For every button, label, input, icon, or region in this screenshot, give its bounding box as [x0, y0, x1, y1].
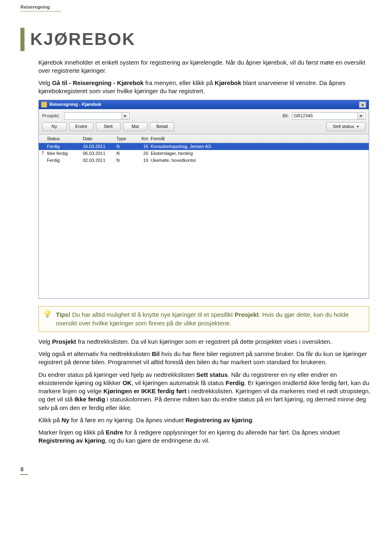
warning-icon: ! — [42, 151, 46, 155]
text: , og du kan gjøre de endringene du vil. — [105, 437, 209, 444]
chevron-down-icon — [356, 126, 359, 128]
tips-callout: Tips! Du har alltid mulighet til å knytt… — [38, 306, 369, 332]
toolbar: Prosjekt: Bil: GR12345 Ny Endre Slett Ma… — [39, 109, 369, 134]
dato-cell: 06.03.2011 — [83, 150, 116, 157]
chapter-title: KJØREBOK — [20, 28, 372, 51]
window-title: Reiseregning - Kjørebok — [49, 101, 101, 108]
ny-button[interactable]: Ny — [42, 122, 67, 131]
col-formal[interactable]: Formål — [151, 136, 369, 142]
window-titlebar: Reiseregning - Kjørebok x — [39, 100, 369, 109]
app-window: Reiseregning - Kjørebok x Prosjekt: Bil:… — [38, 100, 369, 299]
chevron-down-icon — [357, 113, 364, 119]
text: for å redigere opplysninger for en kjøri… — [123, 429, 340, 436]
bil-dropdown[interactable]: GR12345 — [292, 112, 365, 120]
betalt-button[interactable]: Betalt — [150, 122, 174, 131]
page-number: 8 — [20, 466, 28, 475]
shortcut-name: Kjørebok — [215, 79, 241, 86]
text: Marker linjen og klikk på — [38, 429, 106, 436]
table-row[interactable]: Ferdig 02.03.2011 N 19 Ukemøte, hovedkon… — [39, 157, 369, 164]
text: Velg — [38, 338, 52, 345]
app-icon — [41, 102, 47, 108]
paragraph: Du endrer status på kjøringer ved hjelp … — [38, 371, 372, 412]
paragraph: Marker linjen og klikk på Endre for å re… — [38, 428, 372, 445]
text: . — [252, 417, 254, 423]
type-cell: N — [116, 150, 134, 157]
status-cell: Ferdig — [47, 144, 60, 149]
bil-value: GR12345 — [294, 113, 313, 119]
prosjekt-label: Prosjekt: — [42, 113, 62, 119]
bold: Kjøringen er IKKE ferdig ført — [103, 388, 186, 394]
text: fra nedtrekkslisten. Da vil kun kjøringe… — [76, 338, 332, 345]
slett-button[interactable]: Slett — [96, 122, 120, 131]
intro-paragraph-1: Kjørebok inneholder et enkelt system for… — [38, 58, 372, 75]
text: Velg også et alternativ fra nedtrekkslis… — [38, 350, 152, 357]
bold: Endre — [106, 429, 123, 436]
bold: OK — [122, 379, 132, 386]
text: for å føre en ny kjøring. Da åpnes vindu… — [69, 417, 185, 423]
text: Velg — [38, 79, 52, 86]
warning-icon — [42, 144, 46, 148]
col-status[interactable]: Status — [42, 136, 83, 142]
km-cell: 19 — [134, 157, 151, 164]
mal-button[interactable]: Mal — [123, 122, 147, 131]
menu-path: Gå til - Reiseregning - Kjørebok — [52, 79, 143, 86]
sett-status-dropdown[interactable]: Sett status — [326, 122, 365, 131]
chevron-down-icon — [121, 113, 128, 119]
bold: Sett status — [196, 371, 228, 378]
type-cell: N — [116, 157, 134, 164]
bold: Prosjekt — [52, 338, 76, 345]
text: Klikk på — [38, 417, 62, 423]
endre-button[interactable]: Endre — [69, 122, 94, 131]
text: fra menyen, eller klikk på — [144, 79, 215, 86]
dato-cell: 02.03.2011 — [83, 157, 116, 164]
text: Du har alltid mulighet til å knytte nye … — [71, 311, 235, 318]
bold: Registrering av kjøring — [38, 437, 105, 444]
type-cell: N — [116, 143, 134, 150]
formal-cell: Ukemøte, hovedkontor — [151, 157, 369, 164]
bold: Bil — [152, 350, 160, 357]
text: Du endrer status på kjøringer ved hjelp … — [38, 371, 196, 378]
intro-paragraph-2: Velg Gå til - Reiseregning - Kjørebok fr… — [38, 79, 372, 96]
lightbulb-icon — [44, 310, 51, 319]
close-button[interactable]: x — [359, 101, 366, 108]
text: , vil kjøringen automatisk få status — [131, 379, 225, 386]
status-cell: Ikke ferdig — [47, 151, 68, 156]
km-cell: 15 — [134, 143, 151, 150]
col-km[interactable]: Km — [134, 136, 151, 142]
bold: Ferdig — [226, 379, 245, 386]
dato-cell: 16.03.2011 — [83, 143, 116, 150]
tips-bold: Prosjekt — [234, 311, 258, 318]
formal-cell: Eksternlager, henting — [151, 150, 369, 157]
table-row[interactable]: !Ikke ferdig 06.03.2011 N 20 Eksternlage… — [39, 150, 369, 157]
grid-body: Ferdig 16.03.2011 N 15 Konsulentoppdrag,… — [39, 143, 369, 298]
bold: Registrering av kjøring — [185, 417, 252, 423]
paragraph: Velg Prosjekt fra nedtrekkslisten. Da vi… — [38, 338, 372, 346]
warning-icon — [42, 158, 46, 162]
running-header: Reiseregning — [20, 4, 61, 11]
bold: Ikke ferdig — [74, 396, 105, 403]
paragraph: Velg også et alternativ fra nedtrekkslis… — [38, 350, 372, 367]
paragraph: Klikk på Ny for å føre en ny kjøring. Da… — [38, 416, 372, 424]
col-type[interactable]: Type — [116, 136, 134, 142]
km-cell: 20 — [134, 150, 151, 157]
bil-label: Bil: — [283, 113, 289, 119]
table-row[interactable]: Ferdig 16.03.2011 N 15 Konsulentoppdrag,… — [39, 143, 369, 150]
grid-header: Status Dato Type Km Formål — [39, 134, 369, 143]
status-cell: Ferdig — [47, 158, 60, 163]
col-dato[interactable]: Dato — [83, 136, 116, 142]
formal-cell: Konsulentoppdrag, Jensen AS — [151, 143, 369, 150]
tips-lead: Tips! — [56, 311, 71, 318]
prosjekt-dropdown[interactable] — [64, 112, 129, 120]
bold: Ny — [62, 417, 69, 423]
